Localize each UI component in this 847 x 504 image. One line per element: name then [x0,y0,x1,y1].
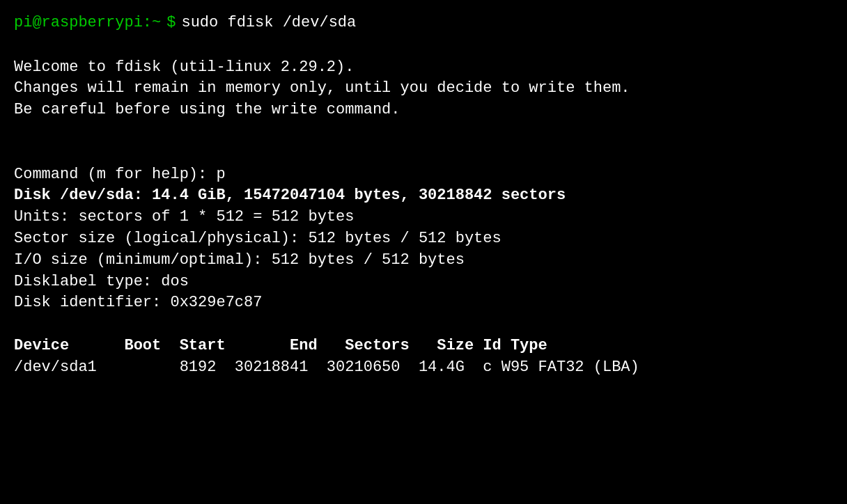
disk-id-line: Disk identifier: 0x329e7c87 [14,292,833,314]
user-host: pi@raspberrypi:~ [14,13,161,34]
changes-line: Changes will remain in memory only, unti… [14,78,833,100]
blank-line-1 [14,36,833,57]
prompt-dollar: $ [166,13,176,34]
table-row: /dev/sda1 8192 30218841 30210650 14.4G c… [14,357,833,379]
prompt-line: pi@raspberrypi:~ $ sudo fdisk /dev/sda [14,13,833,34]
blank-line-2 [14,121,833,143]
prompt-command: sudo fdisk /dev/sda [181,13,356,34]
careful-line: Be careful before using the write comman… [14,100,833,121]
sector-size-line: Sector size (logical/physical): 512 byte… [14,228,833,250]
table-header: Device Boot Start End Sectors Size Id Ty… [14,336,833,357]
units-line: Units: sectors of 1 * 512 = 512 bytes [14,207,833,228]
command-prompt-line: Command (m for help): p [14,164,833,186]
welcome-line: Welcome to fdisk (util-linux 2.29.2). [14,57,833,79]
blank-line-3 [14,143,833,164]
disklabel-line: Disklabel type: dos [14,271,833,293]
io-size-line: I/O size (minimum/optimal): 512 bytes / … [14,250,833,271]
disk-info-bold: Disk /dev/sda: 14.4 GiB, 15472047104 byt… [14,185,833,207]
terminal-window: pi@raspberrypi:~ $ sudo fdisk /dev/sda W… [14,13,833,379]
blank-line-4 [14,314,833,336]
